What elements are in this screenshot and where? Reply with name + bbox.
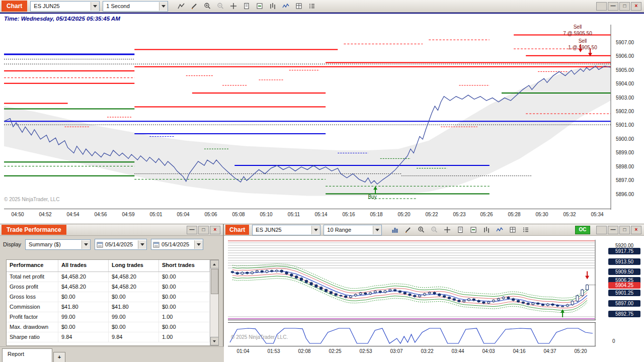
scroll-thumb[interactable] [211,269,218,294]
candle-body [551,304,554,306]
x-tick-label: 04:56 [92,212,109,217]
zoom-in-icon[interactable] [201,1,213,12]
drawing-tools-icon[interactable] [402,225,414,235]
cell-value: $0.00 [58,322,109,332]
properties-icon[interactable] [306,1,317,12]
minimize-button[interactable]: — [608,2,618,11]
top-window-buttons: — □ × [596,2,641,11]
close-button[interactable]: × [210,226,220,234]
chart-style-icon[interactable] [175,1,187,12]
chevron-down-icon[interactable] [82,240,90,249]
watermark: © 2025 NinjaTrader, LLC. [231,334,288,340]
candle-body [404,293,406,294]
candle-body [542,304,544,306]
order-entry-icon[interactable] [254,1,265,12]
candle-body [285,272,288,274]
display-select[interactable]: Summary ($) [25,239,91,250]
price-axis[interactable]: 5907.005906.005905.005904.005903.005902.… [616,24,644,220]
candle-body [251,272,254,274]
x-tick-label: 03:44 [449,348,466,354]
date-to-picker[interactable]: 05/14/2025 [151,239,203,250]
chevron-down-icon[interactable] [159,2,168,11]
table-body: Total net profit$4,458.20$4,458.20$0.00G… [7,272,210,342]
chevron-down-icon[interactable] [91,2,99,11]
candle-body [409,294,411,296]
price-chart-canvas[interactable] [3,25,613,210]
scroll-up-button[interactable] [210,260,219,268]
candle-body [428,293,431,294]
snapshot-icon[interactable] [240,1,252,12]
chevron-down-icon[interactable] [373,226,381,234]
chart-tab[interactable]: Chart [225,225,249,235]
x-tick-label: 05:14 [312,212,330,217]
maximize-button[interactable]: □ [619,2,630,11]
minimize-button[interactable]: — [187,226,197,234]
instrument-link-button[interactable] [596,2,607,11]
scroll-down-button[interactable] [210,337,219,345]
bars-icon[interactable] [267,1,278,12]
trade-performance-tab[interactable]: Trade Performance [2,225,66,235]
chart-tab[interactable]: Chart [2,1,27,12]
date-from-picker[interactable]: 05/14/2025 [95,239,147,250]
candle-body [507,297,510,299]
data-box-icon[interactable] [293,1,304,12]
y-tick-label: 5896.00 [616,192,634,197]
candle-body [414,296,416,297]
snapshot-icon[interactable] [454,225,466,235]
table-row: Gross profit$4,458.20$4,458.20$0.00 [7,282,210,292]
zoom-out-icon[interactable] [214,1,226,12]
interval-select[interactable]: 1 Second [103,1,168,12]
x-tick-label: 05:22 [423,212,440,217]
add-tab-button[interactable]: + [53,352,65,362]
close-button[interactable]: × [631,226,641,234]
bars-icon[interactable] [480,225,492,235]
candlestick-canvas[interactable] [228,240,596,320]
range-titlebar: Chart ES JUN25 10 Range OC — □ × [224,224,644,236]
y-tick-label: 5897.00 [616,177,634,183]
row-label: Commission [7,302,58,312]
candle-body [532,303,534,305]
close-button[interactable]: × [631,2,641,11]
data-box-icon[interactable] [507,225,518,235]
candle-body [330,292,332,294]
candle-body [384,291,386,293]
top-chart-plot[interactable]: 5907.005906.005905.005904.005903.005902.… [0,24,644,224]
candle-body [236,273,238,274]
order-entry-icon[interactable] [467,225,479,235]
range-chart-toolbar [389,225,531,235]
drawing-tools-icon[interactable] [188,1,200,12]
candle-body [453,299,455,300]
time-axis[interactable]: 01:0401:5302:0802:2502:5303:0703:2203:44… [228,348,596,355]
perf-tab-bar: Report + [0,346,225,362]
chevron-down-icon[interactable] [138,240,146,249]
minimize-button[interactable]: — [608,226,618,234]
perf-controls: Display Summary ($) 05/14/2025 05/14/202… [0,236,223,253]
instrument-select[interactable]: ES JUN25 [252,225,320,235]
time-axis[interactable]: 04:5004:5204:5404:5604:5905:0105:0405:06… [3,212,613,220]
chevron-down-icon[interactable] [194,240,203,249]
properties-icon[interactable] [520,225,531,235]
range-chart-plot[interactable]: 5920.005917.755913.505909.505906.255904.… [224,236,644,362]
vertical-scrollbar[interactable] [210,260,218,345]
chevron-down-icon[interactable] [311,226,320,234]
report-tab[interactable]: Report [2,348,52,362]
crosshair-icon[interactable] [227,1,239,12]
indicators-icon[interactable] [494,225,505,235]
maximize-button[interactable]: □ [619,226,630,234]
crosshair-icon[interactable] [441,225,453,235]
oc-status-badge[interactable]: OC [575,226,590,234]
zoom-out-icon[interactable] [428,225,440,235]
data-box-icon-glyph [509,226,517,234]
instrument-link-button[interactable] [596,226,607,234]
order-entry-icon-glyph [256,2,264,10]
candle-body [310,283,312,285]
indicators-icon[interactable] [280,1,291,12]
interval-select[interactable]: 10 Range [324,225,382,235]
y-tick-label: 5899.00 [616,150,634,155]
bar-chart-icon[interactable] [389,225,400,235]
maximize-button[interactable]: □ [198,226,209,234]
instrument-select[interactable]: ES JUN25 [30,1,100,12]
zoom-in-icon[interactable] [415,225,427,235]
y-tick-label: 5904.00 [616,81,634,86]
candle-body [364,293,367,295]
